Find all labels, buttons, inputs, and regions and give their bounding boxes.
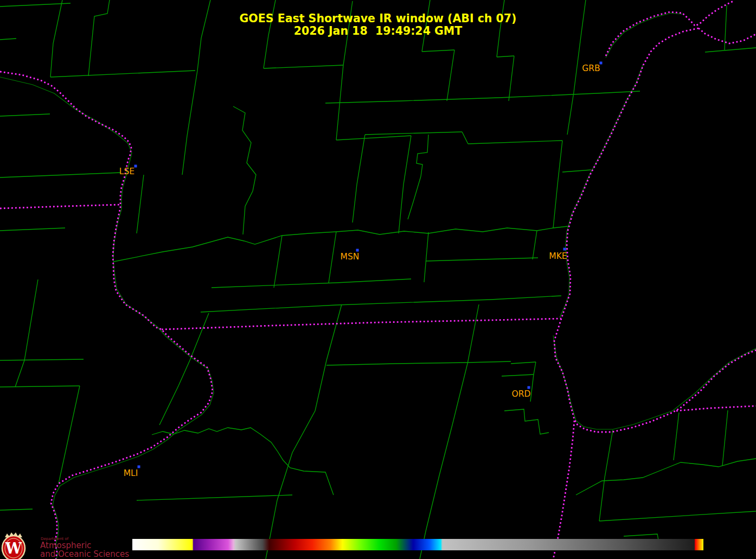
station-label-GRB: GRB — [582, 63, 600, 73]
colorbar — [132, 539, 703, 550]
uw-crest-icon: W — [2, 532, 25, 559]
station-label-ORD: ORD — [512, 389, 531, 399]
map-background — [0, 0, 756, 559]
uw-crest-monogram: W — [5, 540, 22, 557]
station-label-MLI: MLI — [124, 468, 138, 478]
station-label-MSN: MSN — [341, 252, 360, 262]
station-dot-MKE — [563, 248, 566, 251]
station-label-MKE: MKE — [549, 251, 567, 261]
satellite-map: GRBLSEMSNMKEORDMLI GOES East Shortwave I… — [0, 0, 756, 559]
logo-line-oceanic: and Oceanic Sciences — [40, 549, 129, 559]
station-dot-MLI — [138, 466, 140, 468]
satellite-viewer: GRBLSEMSNMKEORDMLI GOES East Shortwave I… — [0, 0, 756, 559]
station-dot-LSE — [134, 165, 137, 168]
station-dot-ORD — [528, 386, 530, 389]
map-title-line1: GOES East Shortwave IR window (ABI ch 07… — [239, 12, 516, 25]
map-title-line2: 2026 Jan 18 19:49:24 GMT — [294, 24, 463, 37]
station-label-LSE: LSE — [119, 167, 134, 176]
station-dot-MSN — [356, 249, 359, 252]
colorbar-gradient — [132, 539, 703, 550]
